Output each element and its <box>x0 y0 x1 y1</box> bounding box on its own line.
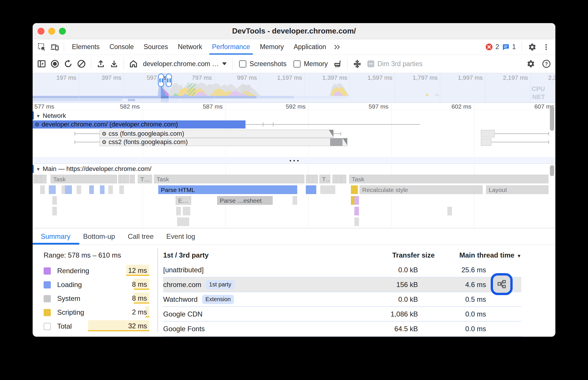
network-request-bar[interactable]: ⚙css (fonts.googleapis.com) <box>100 130 334 138</box>
flame-event[interactable] <box>341 175 346 183</box>
flame-event[interactable] <box>354 196 359 205</box>
flame-event[interactable] <box>185 217 189 226</box>
details-tab-summary[interactable]: Summary <box>34 228 77 245</box>
flame-event[interactable] <box>108 185 113 194</box>
zoom-window-button[interactable] <box>59 28 66 35</box>
flame-event-e[interactable]: E… <box>176 196 191 205</box>
error-badge[interactable]: 2 <box>485 43 499 51</box>
flame-event-t[interactable]: T… <box>319 175 330 183</box>
collapse-triangle-icon[interactable]: ▼ <box>36 113 40 118</box>
flame-event-task[interactable]: Task <box>154 175 304 183</box>
range-handle-right[interactable] <box>166 74 172 87</box>
flame-event[interactable] <box>100 185 105 194</box>
tab-console[interactable]: Console <box>105 39 139 55</box>
reload-record-icon[interactable] <box>62 57 75 70</box>
memory-checkbox[interactable] <box>293 60 301 68</box>
table-row-watchword[interactable]: WatchwordExtension0.0 kB0.5 ms <box>163 292 521 307</box>
main-track-header[interactable]: ▼ Main — https://developer.chrome.com/ <box>36 165 151 173</box>
flame-event[interactable] <box>52 207 57 215</box>
network-request-bar[interactable] <box>481 138 491 146</box>
flame-event[interactable] <box>351 185 358 194</box>
main-thread-time-column-header[interactable]: Main thread time▼ <box>435 251 521 259</box>
close-window-button[interactable] <box>38 28 44 35</box>
flame-event-recalculate-style[interactable]: Recalculate style <box>360 185 483 194</box>
issues-badge[interactable]: 1 <box>502 43 516 51</box>
details-tab-bottom-up[interactable]: Bottom-up <box>77 228 122 245</box>
network-request-bar[interactable]: ⚙developer.chrome.com/ (developer.chrome… <box>33 120 245 128</box>
flame-event-task[interactable]: Task <box>51 175 117 183</box>
main-thread-track[interactable]: ▼ Main — https://developer.chrome.com/ T… <box>33 164 555 228</box>
party-column-header[interactable]: 1st / 3rd party <box>163 251 365 259</box>
flame-event[interactable] <box>331 185 335 194</box>
flame-event[interactable] <box>354 217 359 226</box>
settings-gear-icon[interactable] <box>526 41 539 53</box>
range-handle-left[interactable] <box>158 74 164 87</box>
collapse-expand-icon[interactable] <box>351 57 364 70</box>
flame-event[interactable] <box>119 185 124 194</box>
memory-checkbox-row[interactable]: Memory <box>293 60 328 68</box>
flame-event[interactable] <box>124 175 129 183</box>
flame-event-task[interactable]: Task <box>349 175 548 183</box>
flame-event[interactable] <box>77 185 81 194</box>
download-profile-icon[interactable] <box>107 57 121 70</box>
clear-icon[interactable] <box>75 57 88 70</box>
flame-event[interactable] <box>176 207 181 215</box>
flame-event-parse-esheet[interactable]: Parse …esheet <box>217 196 273 205</box>
flame-event[interactable] <box>51 185 56 194</box>
record-icon[interactable] <box>48 57 62 70</box>
tab-network[interactable]: Network <box>173 39 207 55</box>
history-select[interactable]: developer.chrome.com … <box>140 60 230 68</box>
tab-memory[interactable]: Memory <box>255 39 289 55</box>
flame-event[interactable] <box>313 175 318 183</box>
tab-elements[interactable]: Elements <box>67 39 105 55</box>
track-splitter-handle[interactable] <box>33 157 555 164</box>
performance-settings-gear-icon[interactable] <box>524 57 537 70</box>
flame-event[interactable] <box>130 175 135 183</box>
table-row-google-cdn[interactable]: Google CDN1,086 kB0.0 ms <box>163 307 521 322</box>
details-tab-event-log[interactable]: Event log <box>160 228 202 245</box>
home-icon[interactable] <box>127 57 140 70</box>
show-in-flame-chart-button[interactable] <box>491 273 513 295</box>
toggle-sidebar-icon[interactable] <box>35 57 48 70</box>
flame-event[interactable] <box>183 207 190 215</box>
inspect-element-icon[interactable] <box>36 41 48 53</box>
more-tabs-icon[interactable] <box>331 41 344 53</box>
screenshots-checkbox[interactable] <box>239 60 246 68</box>
flame-event[interactable] <box>67 185 72 194</box>
network-track[interactable]: ▼ Network ⚙developer.chrome.com/ (develo… <box>33 110 555 157</box>
flame-event[interactable] <box>89 185 94 194</box>
device-toolbar-icon[interactable] <box>48 41 61 53</box>
flame-event[interactable] <box>354 207 359 215</box>
main-scrollbar-thumb[interactable] <box>550 165 554 176</box>
flame-event-parse-html[interactable]: Parse HTML <box>158 185 297 194</box>
network-request-bar[interactable] <box>481 130 495 137</box>
flame-event[interactable] <box>447 207 452 215</box>
flame-event[interactable] <box>306 185 316 194</box>
kebab-menu-icon[interactable] <box>540 41 552 53</box>
table-row-unattributed[interactable]: [unattributed]0.0 kB25.6 ms <box>163 263 521 277</box>
tab-sources[interactable]: Sources <box>139 39 173 55</box>
flame-event-layout[interactable]: Layout <box>486 185 548 194</box>
flame-event[interactable] <box>293 196 297 205</box>
network-track-header[interactable]: ▼ Network <box>36 112 66 120</box>
timeline-overview[interactable]: CPU NET 197 ms397 ms597 ms797 ms997 ms1,… <box>33 73 555 103</box>
network-request-bar[interactable]: ⚙css2 (fonts.googleapis.com) <box>100 138 347 146</box>
collapse-triangle-icon[interactable]: ▼ <box>36 167 40 172</box>
transfer-size-column-header[interactable]: Transfer size <box>365 251 435 259</box>
minimize-window-button[interactable] <box>48 28 55 35</box>
tab-application[interactable]: Application <box>289 39 331 55</box>
collect-garbage-icon[interactable] <box>331 57 345 70</box>
flame-event-t[interactable]: T… <box>138 175 152 183</box>
flame-event[interactable] <box>40 185 45 194</box>
table-row-google-fonts[interactable]: Google Fonts64.5 kB0.0 ms <box>163 322 521 336</box>
details-tab-call-tree[interactable]: Call tree <box>121 228 160 245</box>
tab-performance[interactable]: Performance <box>207 39 255 55</box>
upload-profile-icon[interactable] <box>94 57 107 70</box>
table-row-chrome-com[interactable]: chrome.com1st party156 kB4.6 ms <box>163 277 521 292</box>
flame-event[interactable] <box>41 175 46 183</box>
flame-event[interactable] <box>52 196 57 205</box>
flame-event[interactable] <box>336 175 341 183</box>
network-scrollbar-thumb[interactable] <box>550 107 554 131</box>
help-icon[interactable]: ? <box>540 57 553 70</box>
screenshots-checkbox-row[interactable]: Screenshots <box>239 60 286 68</box>
